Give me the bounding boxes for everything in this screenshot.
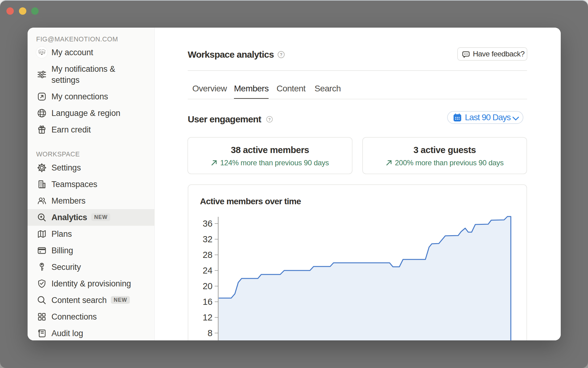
svg-text:12: 12 — [203, 312, 213, 322]
svg-text:8: 8 — [208, 328, 213, 338]
svg-text:36: 36 — [203, 219, 213, 228]
svg-text:?: ? — [280, 52, 283, 57]
svg-text:32: 32 — [203, 234, 213, 244]
svg-text:24: 24 — [203, 266, 213, 275]
svg-text:?: ? — [268, 117, 271, 122]
svg-text:28: 28 — [203, 250, 213, 260]
svg-text:16: 16 — [203, 297, 213, 307]
svg-text:20: 20 — [203, 281, 213, 291]
